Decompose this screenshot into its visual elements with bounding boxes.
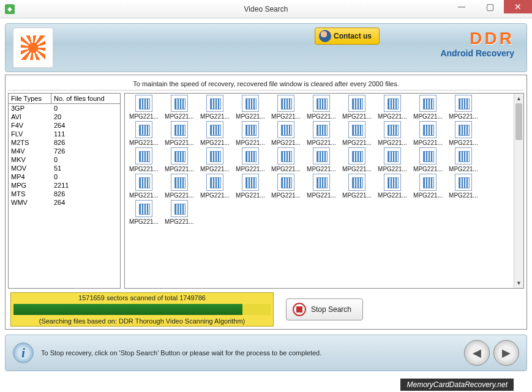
file-type-cell: 3GP <box>9 104 51 113</box>
file-item[interactable]: MPG221... <box>446 147 481 172</box>
table-row[interactable]: MTS826 <box>9 190 120 198</box>
file-type-cell: F4V <box>9 121 51 130</box>
file-item[interactable]: MPG221... <box>233 93 268 94</box>
file-item[interactable]: MPG221... <box>339 147 375 172</box>
file-item[interactable]: MPG221... <box>304 174 339 199</box>
file-item[interactable]: MPG221... <box>126 174 162 199</box>
minimize-button[interactable]: — <box>448 0 476 13</box>
file-item[interactable]: MPG221... <box>197 95 233 120</box>
file-label: MPG221... <box>375 139 410 146</box>
file-item[interactable]: MPG221... <box>126 200 162 225</box>
scroll-up-icon[interactable]: ▲ <box>514 94 523 103</box>
file-item[interactable]: MPG221... <box>233 174 268 199</box>
close-button[interactable]: ✕ <box>504 0 532 13</box>
brand-subtitle: Android Recovery <box>440 48 514 58</box>
stop-search-button[interactable]: Stop Search <box>286 298 363 320</box>
file-item[interactable]: MPG221... <box>126 93 162 94</box>
video-file-icon <box>313 174 330 191</box>
maximize-button[interactable]: ▢ <box>476 0 504 13</box>
file-count-cell: 826 <box>51 138 120 147</box>
video-file-icon <box>384 174 401 191</box>
file-item[interactable]: MPG221... <box>339 93 375 94</box>
table-row[interactable]: MOV51 <box>9 164 120 172</box>
video-file-icon <box>277 95 294 112</box>
file-item[interactable]: MPG221... <box>339 174 375 199</box>
table-row[interactable]: M2TS826 <box>9 138 120 147</box>
file-item[interactable]: MPG221... <box>410 174 446 199</box>
file-item[interactable]: MPG221... <box>339 95 375 120</box>
file-item[interactable]: MPG221... <box>268 121 304 146</box>
file-item[interactable]: MPG221... <box>410 121 446 146</box>
file-label: MPG221... <box>197 139 233 146</box>
file-item[interactable]: MPG221... <box>162 95 197 120</box>
file-item[interactable]: MPG221... <box>339 121 375 146</box>
file-item[interactable]: MPG221... <box>162 147 197 172</box>
vertical-scrollbar[interactable]: ▲ ▼ <box>514 94 523 288</box>
file-count-cell: 2211 <box>51 181 120 190</box>
col-file-types[interactable]: File Types <box>9 94 51 103</box>
video-file-icon <box>206 147 223 165</box>
file-item[interactable]: MPG221... <box>126 121 162 146</box>
scroll-thumb[interactable] <box>515 103 522 140</box>
file-item[interactable]: MPG221... <box>446 121 481 146</box>
file-item[interactable]: MPG221... <box>304 95 339 120</box>
table-row[interactable]: F4V264 <box>9 121 120 130</box>
file-item[interactable]: MPG221... <box>375 121 410 146</box>
file-item[interactable]: MPG221... <box>410 93 446 94</box>
file-item[interactable]: MPG221... <box>233 95 268 120</box>
window-controls: — ▢ ✕ <box>448 0 532 13</box>
progress-bar-fill <box>13 304 242 315</box>
table-row[interactable]: AVI20 <box>9 113 120 121</box>
file-item[interactable]: MPG221... <box>268 95 304 120</box>
table-row[interactable]: WMV264 <box>9 198 120 207</box>
video-file-icon <box>135 200 152 217</box>
file-item[interactable]: MPG221... <box>126 95 162 120</box>
video-file-icon <box>419 95 436 112</box>
file-item[interactable]: MPG221... <box>197 93 233 94</box>
col-files-found[interactable]: No. of files found <box>51 94 120 103</box>
table-row[interactable]: 3GP0 <box>9 104 120 113</box>
contact-us-button[interactable]: Contact us <box>315 28 380 45</box>
video-file-icon <box>135 147 152 165</box>
back-button[interactable]: ◀ <box>464 340 490 366</box>
file-item[interactable]: MPG221... <box>446 174 481 199</box>
video-file-icon <box>242 121 259 138</box>
recovered-files-panel: MPG221...MPG221...MPG221...MPG221...MPG2… <box>124 93 524 289</box>
file-item[interactable]: MPG221... <box>446 93 481 94</box>
file-item[interactable]: MPG221... <box>304 121 339 146</box>
table-row[interactable]: MP40 <box>9 172 120 181</box>
file-item[interactable]: MPG221... <box>375 93 410 94</box>
file-item[interactable]: MPG221... <box>268 93 304 94</box>
file-label: MPG221... <box>410 139 446 146</box>
file-item[interactable]: MPG221... <box>162 93 197 94</box>
file-item[interactable]: MPG221... <box>268 174 304 199</box>
brand-title: DDR <box>440 29 514 48</box>
file-item[interactable]: MPG221... <box>197 121 233 146</box>
table-row[interactable]: MPG2211 <box>9 181 120 190</box>
scroll-down-icon[interactable]: ▼ <box>514 278 523 288</box>
file-item[interactable]: MPG221... <box>162 200 197 225</box>
file-item[interactable]: MPG221... <box>233 147 268 172</box>
file-item[interactable]: MPG221... <box>197 147 233 172</box>
file-item[interactable]: MPG221... <box>446 95 481 120</box>
file-item[interactable]: MPG221... <box>375 95 410 120</box>
next-button[interactable]: ▶ <box>493 340 519 366</box>
file-item[interactable]: MPG221... <box>162 174 197 199</box>
file-item[interactable]: MPG221... <box>126 147 162 172</box>
file-item[interactable]: MPG221... <box>375 174 410 199</box>
video-file-icon <box>419 174 436 191</box>
file-item[interactable]: MPG221... <box>375 147 410 172</box>
file-item[interactable]: MPG221... <box>304 147 339 172</box>
file-item[interactable]: MPG221... <box>304 93 339 94</box>
table-row[interactable]: MKV0 <box>9 155 120 164</box>
file-item[interactable]: MPG221... <box>162 121 197 146</box>
table-row[interactable]: FLV111 <box>9 130 120 138</box>
file-item[interactable]: MPG221... <box>268 147 304 172</box>
file-item[interactable]: MPG221... <box>410 147 446 172</box>
file-label: MPG221... <box>268 192 304 199</box>
video-file-icon <box>419 147 436 165</box>
file-item[interactable]: MPG221... <box>233 121 268 146</box>
file-item[interactable]: MPG221... <box>197 174 233 199</box>
table-row[interactable]: M4V726 <box>9 147 120 155</box>
file-item[interactable]: MPG221... <box>410 95 446 120</box>
